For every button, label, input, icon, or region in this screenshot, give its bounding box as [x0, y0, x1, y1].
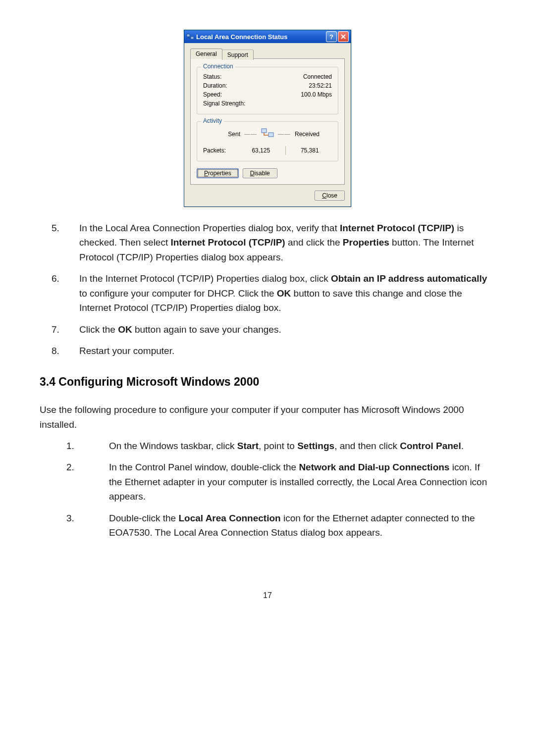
document-body: 5. In the Local Area Connection Properti… [40, 221, 495, 602]
list-number: 1. [40, 439, 109, 453]
list-item: In the Internet Protocol (TCP/IP) Proper… [79, 271, 495, 315]
list-number: 6. [40, 271, 79, 315]
packets-sent: 63,125 [239, 147, 283, 154]
packets-label: Packets: [203, 147, 239, 154]
sent-label: Sent [206, 131, 240, 138]
dialog-title: Local Area Connection Status [196, 33, 325, 41]
computer-icons [261, 128, 274, 140]
connection-group: Connection Status: Connected Duration: 2… [197, 67, 338, 114]
list-number: 8. [40, 344, 79, 358]
list-item: On the Windows taskbar, click Start, poi… [109, 439, 495, 453]
speed-value: 100.0 Mbps [301, 91, 332, 98]
properties-button[interactable]: Properties [197, 168, 239, 178]
signal-label: Signal Strength: [203, 100, 245, 107]
page-number: 17 [40, 590, 495, 602]
svg-rect-2 [262, 129, 267, 133]
section-heading: 3.4 Configuring Microsoft Windows 2000 [40, 373, 495, 391]
tab-body: Connection Status: Connected Duration: 2… [190, 58, 345, 185]
status-label: Status: [203, 73, 221, 80]
close-button[interactable]: Close [315, 191, 345, 201]
activity-group: Activity Sent —— —— Received [197, 121, 338, 161]
packets-received: 75,381 [288, 147, 332, 154]
dialog-titlebar: Local Area Connection Status ? [184, 30, 351, 43]
list-number: 5. [40, 221, 79, 264]
network-icon [186, 33, 194, 41]
duration-label: Duration: [203, 82, 227, 89]
divider [285, 146, 286, 155]
list-item: In the Local Area Connection Properties … [79, 221, 495, 264]
dashes-right: —— [278, 131, 291, 138]
svg-rect-1 [191, 37, 194, 39]
list-item: In the Control Panel window, double-clic… [109, 460, 495, 504]
list-number: 2. [40, 460, 109, 504]
list-item: Double-click the Local Area Connection i… [109, 511, 495, 540]
dashes-left: —— [244, 131, 257, 138]
group-legend: Connection [201, 63, 235, 70]
tab-general[interactable]: General [190, 49, 222, 59]
connection-status-dialog: Local Area Connection Status ? General S… [184, 30, 351, 207]
list-item: Click the OK button again to save your c… [79, 322, 495, 337]
help-button[interactable]: ? [326, 31, 337, 42]
duration-value: 23:52:21 [309, 82, 332, 89]
group-legend: Activity [201, 117, 224, 124]
svg-rect-3 [268, 133, 273, 137]
tab-strip: General Support [190, 49, 345, 59]
close-icon[interactable] [338, 31, 349, 42]
received-label: Received [295, 131, 329, 138]
intro-paragraph: Use the following procedure to configure… [40, 403, 495, 432]
list-number: 3. [40, 511, 109, 540]
svg-rect-0 [187, 34, 190, 37]
status-value: Connected [303, 73, 332, 80]
list-item: Restart your computer. [79, 344, 495, 358]
tab-support[interactable]: Support [222, 50, 254, 60]
list-number: 7. [40, 322, 79, 337]
disable-button[interactable]: Disable [243, 168, 277, 178]
speed-label: Speed: [203, 91, 222, 98]
